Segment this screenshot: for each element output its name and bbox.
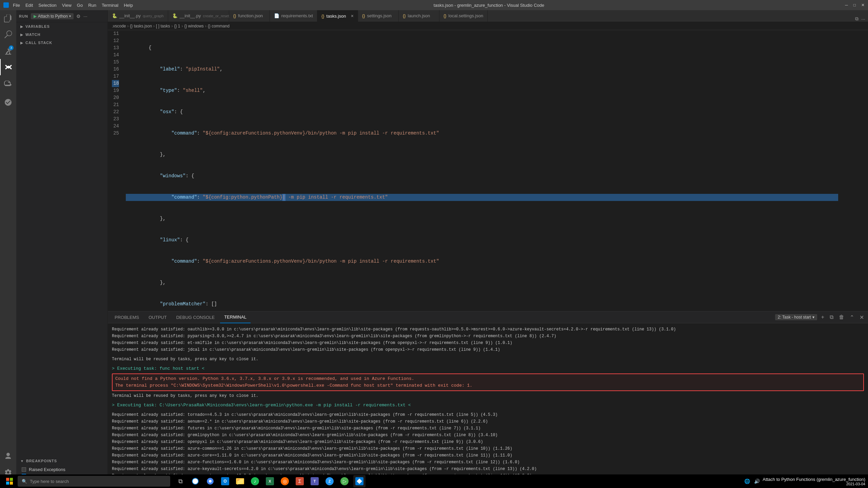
raised-exceptions-item[interactable]: Raised Exceptions (16, 466, 107, 473)
split-editor-icon[interactable]: ⧉ (855, 16, 859, 22)
system-tray-icons: 🌐 🔊 (744, 479, 760, 484)
trash-button[interactable]: 🗑 (837, 314, 846, 320)
code-editor[interactable]: 11 12 13 14 15 16 17 18 19 20 21 22 23 2… (108, 30, 868, 311)
menu-run[interactable]: Run (88, 3, 96, 8)
taskbar-chrome[interactable] (204, 475, 216, 487)
window-controls[interactable]: ─ □ ✕ (845, 3, 865, 7)
taskbar-app-8[interactable]: ◎ (279, 475, 291, 487)
clock[interactable]: Attach to Python Functions (gremlin_azur… (763, 477, 865, 486)
terminal-req-aenum: Requirement already satisfied: aenum==2.… (112, 418, 864, 425)
activity-remote[interactable] (0, 94, 16, 110)
terminal-content[interactable]: Requirement already satisfied: oauthlib>… (108, 323, 868, 481)
raised-exceptions-label: Raised Exceptions (29, 467, 65, 472)
titlebar-left: File Edit Selection View Go Run Terminal… (3, 2, 133, 8)
spacer (112, 353, 864, 356)
attach-to-python-button[interactable]: ▶ Attach to Python ▾ (31, 13, 74, 19)
run-bar: RUN ▶ Attach to Python ▾ ⚙ ··· (16, 10, 107, 22)
breadcrumb-tasks-arr[interactable]: [ ] tasks (156, 24, 170, 28)
menu-edit[interactable]: Edit (25, 3, 33, 8)
volume-icon[interactable]: 🔊 (754, 479, 760, 484)
split-terminal-button[interactable]: ⧉ (828, 314, 835, 320)
taskbar-vscode[interactable] (353, 475, 366, 487)
tab-requirements[interactable]: 📄 requirements.txt (270, 10, 317, 22)
gear-icon[interactable]: ⚙ (76, 14, 81, 19)
code-content[interactable]: { "label": "pipInstall", "type": "shell"… (123, 30, 841, 311)
menu-help[interactable]: Help (124, 3, 133, 8)
activity-git[interactable]: 3 (0, 43, 16, 59)
search-placeholder[interactable]: Type here to search (30, 479, 69, 484)
breadcrumb-command[interactable]: {} command (208, 24, 230, 28)
tab-icon: 🐍 (172, 13, 178, 18)
close-panel-button[interactable]: ✕ (858, 314, 865, 321)
taskbar-search[interactable]: 🔍 Type here to search (18, 476, 170, 487)
call-stack-section[interactable]: ▶ CALL STACK (16, 39, 107, 47)
tab-function-json[interactable]: {} function.json (229, 10, 270, 22)
activity-search[interactable] (0, 26, 16, 43)
date: 2021-03-04 (763, 482, 865, 486)
tab-init-query[interactable]: 🐍 __init__.py query_graph (108, 10, 168, 22)
more-icon[interactable]: ··· (83, 14, 87, 19)
terminal-dropdown[interactable]: 2: Task - host start ▾ (775, 314, 817, 320)
tab-settings-json[interactable]: {} settings.json (358, 10, 399, 22)
breadcrumb-vscode[interactable]: .vscode (112, 24, 126, 28)
breakpoints-section[interactable]: ▼ BREAKPOINTS (16, 457, 107, 465)
main-layout: 3 RUN ▶ Attach to Python ▾ (0, 10, 868, 481)
tab-icon: {} (233, 13, 236, 18)
more-tabs-icon[interactable]: ··· (861, 16, 865, 22)
minimize-button[interactable]: ─ (845, 3, 848, 7)
svg-point-6 (209, 480, 212, 483)
taskbar-edge[interactable] (189, 475, 201, 487)
taskbar-app-12[interactable]: ▷ (338, 475, 351, 487)
menu-go[interactable]: Go (77, 3, 83, 8)
breadcrumb-tasks[interactable]: {} tasks.json (130, 24, 152, 28)
editor-tab-actions[interactable]: ⧉ ··· (852, 16, 868, 22)
taskbar-spotify[interactable]: ♪ (249, 475, 261, 487)
tab-icon: {} (443, 13, 447, 18)
spacer (112, 363, 864, 365)
terminal-req-gremlin: Requirement already satisfied: gremlinpy… (112, 432, 864, 439)
taskbar-teams[interactable]: T (309, 475, 321, 487)
taskbar-right: 🌐 🔊 Attach to Python Functions (gremlin_… (744, 477, 865, 486)
start-button[interactable] (3, 474, 16, 488)
taskbar-outlook[interactable]: O (219, 475, 231, 487)
taskbar: 🔍 Type here to search ⧉ O 📁 ♪ X ◎ Σ T (0, 474, 868, 488)
breadcrumb-windows[interactable]: {} windows (184, 24, 203, 28)
taskbar-zoom[interactable]: Z (323, 475, 336, 487)
taskbar-app-9[interactable]: Σ (294, 475, 306, 487)
raised-exceptions-checkbox[interactable] (22, 467, 26, 472)
network-icon[interactable]: 🌐 (744, 479, 750, 484)
tab-init-create[interactable]: 🐍 __init__.py create_or_reset_graph_db (168, 10, 229, 22)
close-tab-icon[interactable]: × (351, 13, 354, 19)
menu-selection[interactable]: Selection (38, 3, 56, 8)
maximize-button[interactable]: □ (853, 3, 856, 7)
panel-tab-debug-console[interactable]: DEBUG CONSOLE (172, 311, 219, 323)
activity-extensions[interactable] (0, 75, 16, 92)
tab-local-settings[interactable]: {} local.settings.json (439, 10, 488, 22)
activity-account[interactable] (0, 448, 16, 464)
tab-tasks-json[interactable]: {} tasks.json × (317, 10, 358, 22)
close-button[interactable]: ✕ (861, 3, 865, 7)
watch-section[interactable]: ▶ WATCH (16, 30, 107, 39)
menu-view[interactable]: View (62, 3, 72, 8)
taskbar-task-view[interactable]: ⧉ (174, 475, 186, 487)
activity-explorer[interactable] (0, 10, 16, 26)
tab-launch-json[interactable]: {} launch.json (399, 10, 439, 22)
breadcrumb-1[interactable]: {} 1 (174, 24, 180, 28)
panel-tabs: PROBLEMS OUTPUT DEBUG CONSOLE TERMINAL 2… (108, 311, 868, 323)
taskbar-excel[interactable]: X (264, 475, 276, 487)
taskbar-explorer[interactable]: 📁 (234, 475, 246, 487)
menu-terminal[interactable]: Terminal (102, 3, 118, 8)
titlebar-menu[interactable]: File Edit Selection View Go Run Terminal… (13, 3, 133, 8)
tab-label: local.settings.json (449, 13, 484, 18)
menu-file[interactable]: File (13, 3, 20, 8)
activity-run-debug[interactable] (0, 59, 16, 75)
chevron-down-icon: ▾ (69, 14, 71, 18)
panel-tab-problems[interactable]: PROBLEMS (111, 311, 143, 323)
panel-tab-output[interactable]: OUTPUT (144, 311, 171, 323)
terminal-line: Requirement already satisfied: pyparsing… (112, 333, 864, 340)
variables-section[interactable]: ▶ VARIABLES (16, 22, 107, 30)
panel-tab-terminal[interactable]: TERMINAL (220, 311, 251, 323)
maximize-panel-button[interactable]: ⌃ (848, 314, 855, 321)
add-terminal-button[interactable]: + (820, 314, 826, 320)
breakpoints-label: BREAKPOINTS (26, 459, 57, 463)
